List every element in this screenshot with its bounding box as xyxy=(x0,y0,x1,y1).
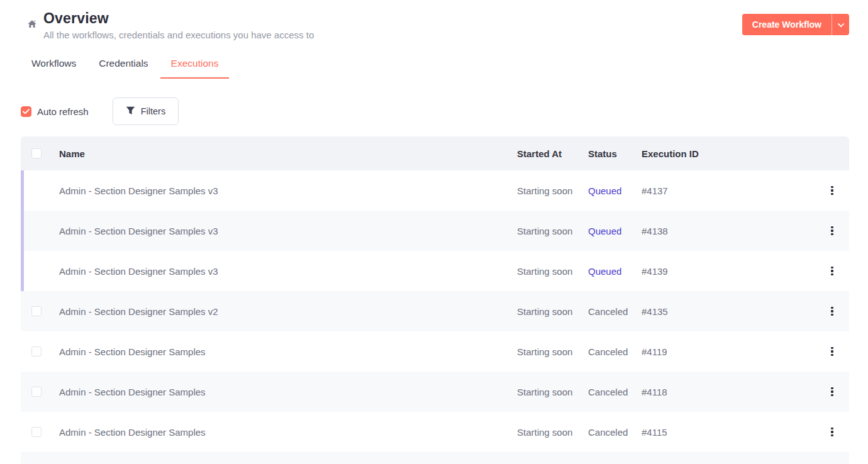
filters-button[interactable]: Filters xyxy=(113,97,179,125)
execution-started-at: Starting soon xyxy=(517,266,588,277)
table-row: Admin - Section Designer Samples Startin… xyxy=(21,372,849,412)
execution-id: #4139 xyxy=(642,266,825,277)
kebab-menu-icon[interactable] xyxy=(827,184,837,198)
auto-refresh-label: Auto refresh xyxy=(37,106,89,117)
page-title: Overview xyxy=(43,10,314,27)
execution-status: Queued xyxy=(588,226,642,236)
execution-started-at: Starting soon xyxy=(517,387,588,397)
row-checkbox[interactable] xyxy=(31,346,42,356)
table-row: Admin - Section Designer Samples Startin… xyxy=(21,452,849,464)
kebab-menu-icon[interactable] xyxy=(827,425,837,439)
queued-highlight-bar xyxy=(21,170,24,291)
chevron-down-icon xyxy=(838,19,844,30)
execution-name-link[interactable]: Admin - Section Designer Samples xyxy=(59,346,517,357)
execution-id: #4135 xyxy=(642,306,825,317)
execution-status: Queued xyxy=(588,185,642,196)
execution-status: Queued xyxy=(588,266,642,277)
execution-status: Canceled xyxy=(588,427,642,438)
execution-started-at: Starting soon xyxy=(517,226,588,236)
kebab-menu-icon[interactable] xyxy=(827,224,837,238)
auto-refresh-checkbox[interactable] xyxy=(21,106,31,117)
column-header-execution-id: Execution ID xyxy=(642,148,825,159)
title-block: Overview All the workflows, credentials … xyxy=(43,10,314,40)
create-workflow-button[interactable]: Create Workflow xyxy=(742,14,832,35)
table-row: Admin - Section Designer Samples v3 Star… xyxy=(21,251,849,291)
execution-id: #4137 xyxy=(642,185,825,196)
tab-credentials[interactable]: Credentials xyxy=(88,58,159,79)
overview-page: Overview All the workflows, credentials … xyxy=(0,0,868,464)
execution-started-at: Starting soon xyxy=(517,346,588,357)
tab-executions[interactable]: Executions xyxy=(160,58,230,79)
execution-id: #4115 xyxy=(642,427,825,438)
executions-table: Name Started At Status Execution ID Admi… xyxy=(21,136,849,464)
select-all-checkbox[interactable] xyxy=(31,148,42,158)
executions-controls: Auto refresh Filters xyxy=(21,97,849,125)
column-header-started-at: Started At xyxy=(517,148,588,159)
execution-id: #4118 xyxy=(642,387,825,397)
tab-workflows[interactable]: Workflows xyxy=(21,58,87,79)
execution-name-link[interactable]: Admin - Section Designer Samples v3 xyxy=(59,266,517,277)
create-workflow-dropdown-button[interactable] xyxy=(832,14,849,35)
row-checkbox[interactable] xyxy=(31,387,42,397)
execution-name-link[interactable]: Admin - Section Designer Samples v3 xyxy=(59,226,517,236)
execution-status: Canceled xyxy=(588,306,642,317)
create-workflow-split-button: Create Workflow xyxy=(742,14,849,35)
kebab-menu-icon[interactable] xyxy=(827,385,837,399)
execution-name-link[interactable]: Admin - Section Designer Samples v3 xyxy=(59,185,517,196)
table-header-row: Name Started At Status Execution ID xyxy=(21,136,849,170)
table-row: Admin - Section Designer Samples v3 Star… xyxy=(21,170,849,211)
table-row: Admin - Section Designer Samples v2 Star… xyxy=(21,291,849,331)
kebab-menu-icon[interactable] xyxy=(827,345,837,359)
home-icon xyxy=(27,19,37,40)
table-row: Admin - Section Designer Samples Startin… xyxy=(21,412,849,452)
execution-started-at: Starting soon xyxy=(517,427,588,438)
table-row: Admin - Section Designer Samples Startin… xyxy=(21,331,849,372)
execution-status: Canceled xyxy=(588,387,642,397)
table-body: Admin - Section Designer Samples v3 Star… xyxy=(21,170,849,464)
table-row: Admin - Section Designer Samples v3 Star… xyxy=(21,211,849,251)
execution-name-link[interactable]: Admin - Section Designer Samples xyxy=(59,427,517,438)
execution-started-at: Starting soon xyxy=(517,306,588,317)
column-header-name: Name xyxy=(59,148,517,159)
page-subtitle: All the workflows, credentials and execu… xyxy=(43,30,314,40)
page-header: Overview All the workflows, credentials … xyxy=(21,10,849,40)
execution-started-at: Starting soon xyxy=(517,185,588,196)
execution-name-link[interactable]: Admin - Section Designer Samples v2 xyxy=(59,306,517,317)
execution-status: Canceled xyxy=(588,346,642,357)
execution-id: #4119 xyxy=(642,346,825,357)
execution-id: #4138 xyxy=(642,226,825,236)
tab-bar: Workflows Credentials Executions xyxy=(21,58,849,79)
execution-name-link[interactable]: Admin - Section Designer Samples xyxy=(59,387,517,397)
breadcrumb: Overview All the workflows, credentials … xyxy=(21,10,314,40)
filter-icon xyxy=(126,106,135,117)
filters-button-label: Filters xyxy=(141,106,165,116)
kebab-menu-icon[interactable] xyxy=(827,264,837,279)
row-checkbox[interactable] xyxy=(31,306,42,316)
kebab-menu-icon[interactable] xyxy=(827,304,837,319)
column-header-status: Status xyxy=(588,148,642,159)
row-checkbox[interactable] xyxy=(31,427,42,437)
